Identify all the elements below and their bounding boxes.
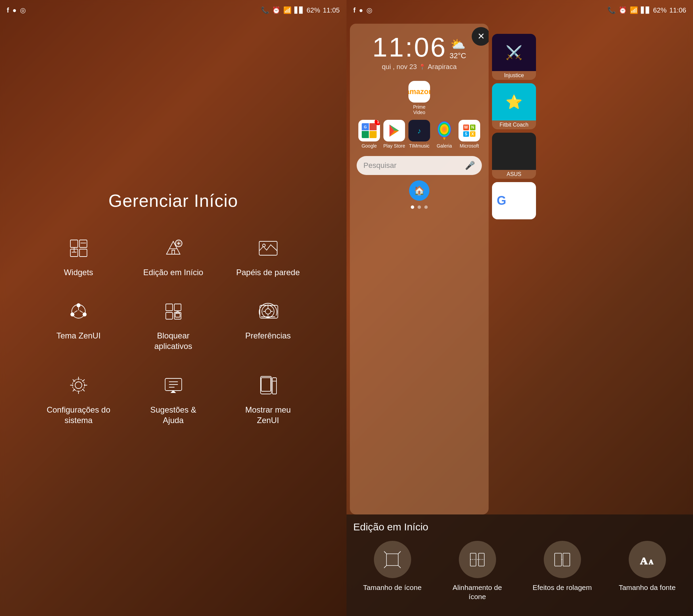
google-search-icon: G — [492, 182, 536, 219]
google-label: Google — [361, 143, 377, 149]
menu-item-bloquear[interactable]: Bloquear aplicativos — [139, 298, 207, 351]
svg-rect-27 — [261, 378, 271, 391]
preferencias-label: Preferências — [245, 330, 291, 341]
sugestoes-label: Sugestões & Ajuda — [139, 404, 207, 425]
messenger-icon: ◎ — [20, 6, 26, 14]
menu-item-preferencias[interactable]: Preferências — [234, 298, 302, 351]
menu-item-mostrar[interactable]: Mostrar meu ZenUI — [234, 372, 302, 425]
playstore-icon — [383, 120, 405, 141]
edit-home-icon — [160, 234, 187, 262]
injustice-icon: ⚔️ — [492, 34, 536, 71]
option-efeitos-rolagem[interactable]: Efeitos de rolagem — [529, 541, 596, 601]
dot-1 — [411, 206, 414, 209]
side-app-injustice[interactable]: ⚔️ Injustice — [492, 34, 536, 80]
timmusic-label: TIMmusic — [409, 143, 430, 149]
date-text: qui , nov 23 — [382, 63, 417, 71]
clock-date: qui , nov 23 📍 Arapiraca — [382, 63, 456, 71]
option-tamanho-fonte[interactable]: A A Tamanho da fonte — [613, 541, 681, 601]
messenger-icon-r: ◎ — [367, 6, 372, 14]
app-timmusic[interactable]: ♪ TIMmusic — [408, 120, 431, 149]
svg-line-38 — [384, 551, 387, 554]
dot-3 — [424, 206, 428, 209]
option-tamanho-icone[interactable]: Tamanho de ícone — [359, 541, 427, 601]
time-left: 11:05 — [323, 6, 340, 14]
left-status-right: 📞 ⏰ 📶 ▋▊ 62% 11:05 — [261, 6, 340, 14]
app-playstore[interactable]: Play Store — [382, 120, 406, 149]
alinhamento-icone-icon — [459, 541, 496, 578]
menu-item-configuracoes[interactable]: Configurações do sistema — [45, 372, 112, 425]
side-app-asus[interactable]: ASUS — [492, 133, 536, 179]
menu-item-sugestoes[interactable]: Sugestões & Ajuda — [139, 372, 207, 425]
weather-temp: 32°C — [450, 52, 466, 60]
close-button[interactable]: ✕ — [472, 27, 489, 46]
tamanho-icone-icon — [374, 541, 411, 578]
tamanho-icone-label: Tamanho de ícone — [363, 583, 422, 592]
configuracoes-label: Configurações do sistema — [45, 404, 112, 425]
app-galeria[interactable]: Galeria — [433, 120, 456, 149]
tamanho-fonte-label: Tamanho da fonte — [618, 583, 675, 592]
app-section: amazon PrimeVideo G — [357, 81, 482, 151]
svg-point-36 — [437, 121, 451, 137]
amazon-icon: amazon — [409, 81, 430, 102]
battery-left: 62% — [306, 6, 320, 14]
lock-apps-icon — [160, 298, 187, 325]
preferences-icon — [255, 298, 281, 325]
side-app-fitbit[interactable]: ⭐ Fitbit Coach — [492, 83, 536, 129]
app-google[interactable]: G 1 Google — [357, 120, 381, 149]
app-amazon[interactable]: amazon PrimeVideo — [408, 81, 431, 115]
app-microsoft[interactable]: W N S X — [457, 120, 481, 149]
clock-time: 11:06 — [372, 34, 447, 61]
svg-text:A: A — [649, 558, 653, 565]
svg-rect-42 — [470, 553, 476, 566]
wifi-icon-r: 📶 — [630, 6, 638, 14]
side-app-google-search[interactable]: G — [492, 182, 536, 219]
menu-item-widgets[interactable]: Widgets — [45, 234, 112, 277]
facebook-icon: f — [7, 6, 9, 14]
svg-point-13 — [83, 313, 86, 316]
bottom-panel-title: Edição em Início — [353, 521, 686, 533]
right-status-right: 📞 ⏰ 📶 ▋▊ 62% 11:06 — [607, 6, 686, 14]
svg-rect-45 — [555, 553, 561, 566]
alinhamento-icone-label: Alinhamento de ícone — [443, 583, 511, 601]
clock-time-row: 11:06 ⛅ 32°C — [372, 34, 466, 61]
location-pin-icon: 📍 — [419, 64, 426, 70]
microsoft-icon: W N S X — [458, 120, 480, 141]
clock-widget: 11:06 ⛅ 32°C qui , nov 23 📍 Arapiraca — [357, 34, 482, 71]
svg-rect-5 — [80, 249, 87, 256]
svg-text:♪: ♪ — [418, 127, 421, 135]
asus-label: ASUS — [504, 170, 523, 179]
side-apps-strip: ⚔️ Injustice ⭐ Fitbit Coach ASUS — [492, 24, 539, 515]
svg-point-14 — [71, 313, 74, 316]
injustice-label: Injustice — [502, 71, 526, 80]
battery-right: 62% — [653, 6, 667, 14]
fitbit-label: Fitbit Coach — [497, 120, 530, 129]
mic-icon: 🎤 — [465, 161, 475, 170]
theme-icon — [65, 298, 92, 325]
time-right: 11:06 — [669, 6, 686, 14]
location-text: Arapiraca — [428, 63, 457, 71]
mostrar-label: Mostrar meu ZenUI — [234, 404, 302, 425]
apps-row: G 1 Google — [357, 120, 482, 149]
wallpaper-icon — [255, 234, 281, 262]
fitbit-icon: ⭐ — [492, 83, 536, 120]
galeria-icon — [433, 120, 455, 141]
option-alinhamento-icone[interactable]: Alinhamento de ícone — [443, 541, 511, 601]
home-btn-wrap: 🏠 — [409, 180, 430, 201]
svg-point-23 — [75, 382, 82, 388]
amazon-label: PrimeVideo — [413, 104, 426, 115]
search-bar[interactable]: Pesquisar 🎤 — [357, 156, 482, 175]
home-button[interactable]: 🏠 — [409, 180, 430, 201]
svg-point-22 — [265, 309, 271, 314]
svg-rect-19 — [175, 313, 180, 317]
playstore-label: Play Store — [383, 143, 405, 149]
menu-item-edicao[interactable]: Edição em Início — [139, 234, 207, 277]
settings-icon — [65, 372, 92, 399]
menu-item-tema[interactable]: Tema ZenUI — [45, 298, 112, 351]
menu-item-papeis[interactable]: Papéis de parede — [234, 234, 302, 277]
suggestions-icon — [160, 372, 187, 399]
phone-preview-area: ✕ 11:06 ⛅ 32°C qui , nov 23 — [346, 20, 693, 515]
widgets-label: Widgets — [64, 267, 93, 277]
left-status-bar: f ● ◎ 📞 ⏰ 📶 ▋▊ 62% 11:05 — [0, 0, 346, 20]
svg-point-10 — [262, 244, 265, 247]
single-app-row: amazon PrimeVideo — [357, 81, 482, 115]
